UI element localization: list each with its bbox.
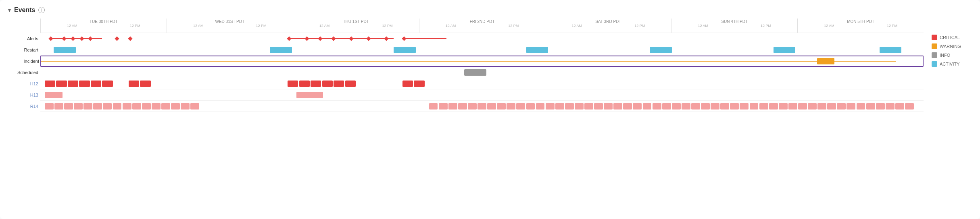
h12-block[interactable] <box>140 81 150 87</box>
r14-block[interactable] <box>152 103 161 110</box>
h12-block[interactable] <box>129 81 139 87</box>
r14-block[interactable] <box>516 103 525 110</box>
h12-block[interactable] <box>322 81 333 87</box>
alert-diamond[interactable] <box>318 36 322 41</box>
r14-block[interactable] <box>448 103 457 110</box>
r14-block[interactable] <box>507 103 515 110</box>
restart-block[interactable] <box>270 47 292 53</box>
restart-block[interactable] <box>880 47 902 53</box>
r14-block[interactable] <box>123 103 131 110</box>
incident-block[interactable] <box>817 58 835 64</box>
alert-diamond[interactable] <box>79 36 84 41</box>
r14-block[interactable] <box>546 103 555 110</box>
r14-block[interactable] <box>439 103 448 110</box>
r14-block[interactable] <box>827 103 836 110</box>
r14-block[interactable] <box>584 103 593 110</box>
r14-block[interactable] <box>181 103 190 110</box>
r14-block[interactable] <box>594 103 603 110</box>
h12-block[interactable] <box>288 81 298 87</box>
r14-block[interactable] <box>103 103 112 110</box>
r14-block[interactable] <box>662 103 671 110</box>
h12-block[interactable] <box>79 81 90 87</box>
restart-block[interactable] <box>774 47 796 53</box>
h12-block[interactable] <box>56 81 67 87</box>
r14-block[interactable] <box>769 103 778 110</box>
r14-block[interactable] <box>876 103 885 110</box>
h12-block[interactable] <box>102 81 113 87</box>
r14-block[interactable] <box>817 103 826 110</box>
r14-block[interactable] <box>701 103 710 110</box>
r14-block[interactable] <box>54 103 63 110</box>
r14-block[interactable] <box>93 103 102 110</box>
alert-diamond[interactable] <box>304 36 309 41</box>
r14-block[interactable] <box>575 103 584 110</box>
info-icon[interactable]: i <box>38 7 45 13</box>
r14-block[interactable] <box>808 103 817 110</box>
restart-block[interactable] <box>526 47 548 53</box>
h12-label[interactable]: H12 <box>8 81 38 86</box>
r14-block[interactable] <box>190 103 199 110</box>
h12-block[interactable] <box>299 81 310 87</box>
h13-label[interactable]: H13 <box>8 93 38 97</box>
h12-block[interactable] <box>334 81 344 87</box>
alert-diamond[interactable] <box>331 36 336 41</box>
r14-block[interactable] <box>798 103 807 110</box>
r14-block[interactable] <box>429 103 438 110</box>
r14-block[interactable] <box>730 103 739 110</box>
r14-block[interactable] <box>857 103 865 110</box>
r14-block[interactable] <box>847 103 855 110</box>
r14-block[interactable] <box>468 103 477 110</box>
alert-diamond[interactable] <box>349 36 353 41</box>
r14-block[interactable] <box>497 103 506 110</box>
r14-block[interactable] <box>45 103 54 110</box>
r14-block[interactable] <box>750 103 759 110</box>
r14-block[interactable] <box>895 103 904 110</box>
r14-block[interactable] <box>487 103 496 110</box>
r14-block[interactable] <box>672 103 681 110</box>
alert-diamond[interactable] <box>384 36 388 41</box>
r14-block[interactable] <box>142 103 151 110</box>
r14-block[interactable] <box>555 103 564 110</box>
h12-block[interactable] <box>345 81 356 87</box>
r14-block[interactable] <box>691 103 700 110</box>
r14-block[interactable] <box>74 103 83 110</box>
r14-block[interactable] <box>604 103 613 110</box>
restart-block[interactable] <box>394 47 416 53</box>
h12-block[interactable] <box>91 81 101 87</box>
alert-diamond[interactable] <box>88 36 93 41</box>
r14-block[interactable] <box>682 103 690 110</box>
r14-label[interactable]: R14 <box>8 104 38 109</box>
restart-block[interactable] <box>650 47 672 53</box>
h12-block[interactable] <box>414 81 424 87</box>
alert-diamond[interactable] <box>287 36 292 41</box>
r14-block[interactable] <box>837 103 846 110</box>
r14-block[interactable] <box>643 103 652 110</box>
alert-diamond[interactable] <box>115 36 119 41</box>
chevron-icon[interactable]: ▾ <box>8 7 11 13</box>
r14-block[interactable] <box>132 103 141 110</box>
restart-block[interactable] <box>54 47 76 53</box>
r14-block[interactable] <box>526 103 535 110</box>
r14-block[interactable] <box>866 103 875 110</box>
r14-block[interactable] <box>759 103 768 110</box>
r14-block[interactable] <box>653 103 661 110</box>
r14-block[interactable] <box>623 103 632 110</box>
h12-block[interactable] <box>311 81 321 87</box>
h12-block[interactable] <box>45 81 55 87</box>
r14-block[interactable] <box>477 103 486 110</box>
r14-block[interactable] <box>886 103 895 110</box>
alert-diamond[interactable] <box>128 36 132 41</box>
r14-block[interactable] <box>565 103 574 110</box>
r14-block[interactable] <box>720 103 729 110</box>
h12-block[interactable] <box>402 81 413 87</box>
r14-block[interactable] <box>779 103 788 110</box>
r14-block[interactable] <box>633 103 642 110</box>
alert-diamond[interactable] <box>71 36 75 41</box>
scheduled-block[interactable] <box>464 69 486 76</box>
h12-block[interactable] <box>68 81 78 87</box>
r14-block[interactable] <box>711 103 719 110</box>
r14-block[interactable] <box>740 103 749 110</box>
r14-block[interactable] <box>161 103 170 110</box>
alert-diamond[interactable] <box>48 36 53 41</box>
h13-block[interactable] <box>296 92 323 98</box>
